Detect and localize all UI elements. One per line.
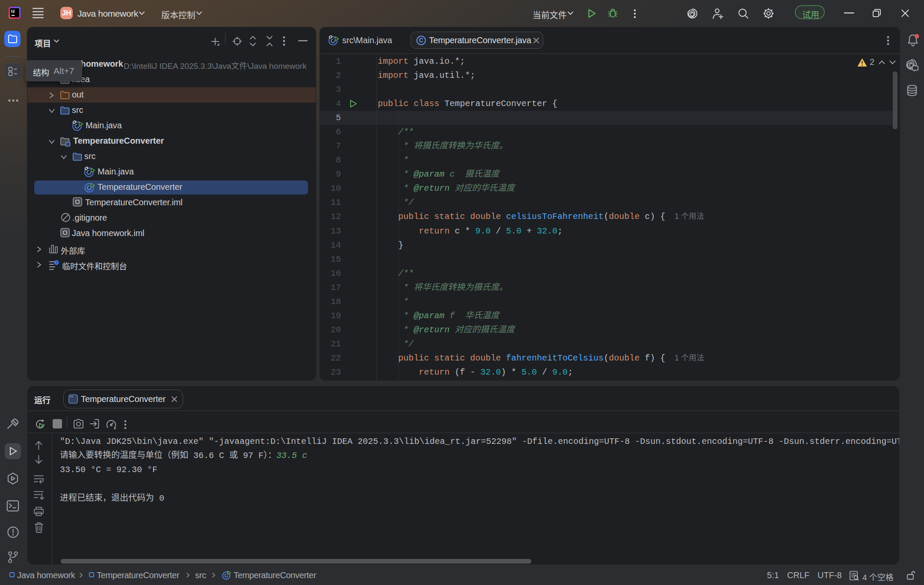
svg-text:C: C (419, 37, 423, 44)
